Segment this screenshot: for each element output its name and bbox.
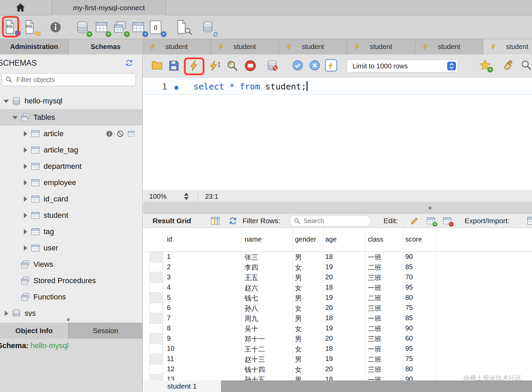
chevron-icon[interactable] [12, 261, 18, 268]
tree-item[interactable]: hello-mysql [0, 93, 142, 109]
favorite-snippet-icon[interactable] [479, 59, 491, 71]
home-icon[interactable] [15, 2, 26, 13]
tree-item[interactable]: department [0, 158, 142, 175]
open-script-icon[interactable] [151, 59, 163, 71]
reconnect-dbms-button[interactable] [202, 20, 217, 37]
tab-schemas[interactable]: Schemas [68, 39, 143, 54]
row-selector[interactable] [149, 364, 163, 374]
chevron-icon[interactable] [22, 147, 29, 153]
chevron-icon[interactable] [3, 310, 10, 316]
tree-item[interactable]: employee [0, 175, 142, 191]
column-header-age[interactable]: age [325, 235, 337, 243]
table-row[interactable]: 6孙八女20三班75 [143, 303, 532, 313]
tab-object-info[interactable]: Object Info [0, 323, 68, 339]
row-selector[interactable] [149, 252, 163, 262]
editor-tab[interactable]: student [347, 39, 415, 54]
editor-tab[interactable]: student [483, 39, 532, 54]
column-header-gender[interactable]: gender [295, 235, 316, 243]
save-script-icon[interactable] [168, 59, 180, 72]
row-selector[interactable] [149, 333, 163, 344]
row-selector[interactable] [149, 293, 163, 303]
autocommit-icon[interactable] [325, 59, 337, 71]
table-row[interactable]: 3王五男20三班70 [143, 272, 532, 282]
chevron-icon[interactable] [22, 245, 29, 251]
refresh-result-icon[interactable] [228, 216, 238, 226]
table-row[interactable]: 11赵十三男19二班75 [143, 354, 532, 364]
limit-rows-select[interactable]: Limit to 1000 rows [347, 60, 458, 72]
open-sql-script-button[interactable]: SQL [24, 19, 40, 36]
refresh-schemas-icon[interactable] [125, 59, 134, 67]
row-selector[interactable] [149, 374, 163, 380]
tree-item[interactable]: Stored Procedures [0, 273, 142, 289]
row-selector[interactable] [149, 282, 163, 293]
chevron-icon[interactable] [22, 212, 29, 219]
row-selector[interactable] [149, 313, 163, 323]
row-selector[interactable] [149, 344, 163, 354]
stop-query-icon[interactable] [244, 59, 257, 72]
chevron-icon[interactable] [22, 163, 29, 170]
chevron-icon[interactable] [3, 98, 10, 104]
find-panel-icon[interactable] [520, 59, 532, 71]
chevron-icon[interactable] [22, 228, 29, 235]
edit-record-icon[interactable] [409, 216, 420, 226]
chevron-icon[interactable] [22, 130, 29, 137]
tree-item[interactable]: Functions [0, 289, 142, 305]
tab-session[interactable]: Session [68, 323, 142, 339]
table-row[interactable]: 8吴十女19二班90 [143, 323, 532, 333]
editor-tab[interactable]: student [143, 39, 211, 54]
create-procedure-button[interactable] [131, 20, 147, 37]
column-header-id[interactable]: id [167, 235, 172, 243]
result-tab-student1[interactable]: student 1 [143, 380, 221, 392]
insert-row-icon[interactable] [426, 216, 436, 226]
table-row[interactable]: 2李四女19二班85 [143, 262, 532, 272]
export-recordset-icon[interactable] [525, 215, 532, 226]
column-header-class[interactable]: class [368, 235, 384, 243]
rollback-icon[interactable] [309, 59, 321, 71]
editor-tab[interactable]: student [279, 39, 347, 54]
result-grid-view-icon[interactable] [210, 216, 220, 226]
row-selector[interactable] [149, 323, 163, 333]
execute-current-statement-icon[interactable] [208, 59, 220, 72]
editor-tab[interactable]: student [415, 39, 483, 54]
tree-row-actions[interactable] [106, 130, 135, 137]
column-header-score[interactable]: score [405, 235, 422, 243]
chevron-icon[interactable] [22, 179, 29, 186]
beautify-query-icon[interactable] [503, 59, 516, 71]
tree-item[interactable]: Tables [0, 109, 142, 126]
table-row[interactable]: 12钱十四女20三班80 [143, 364, 532, 374]
tab-administration[interactable]: Administration [0, 39, 68, 54]
panel-splitter[interactable] [143, 202, 532, 214]
chevron-icon[interactable] [12, 114, 18, 121]
create-schema-button[interactable] [76, 20, 91, 37]
row-selector[interactable] [149, 354, 163, 364]
table-row[interactable]: 9郑十一男20三班60 [143, 333, 532, 344]
tree-item[interactable]: sys [0, 305, 142, 316]
new-sql-tab-button[interactable]: SQL [4, 19, 20, 36]
tree-item[interactable]: tag [0, 224, 142, 240]
zoom-stepper[interactable] [184, 193, 189, 200]
table-row[interactable]: 7周九男18一班85 [143, 313, 532, 323]
code-area[interactable]: 1 select * from student; [143, 78, 532, 191]
toggle-stop-on-error-icon[interactable] [266, 59, 278, 71]
commit-icon[interactable] [292, 59, 304, 71]
delete-row-icon[interactable] [442, 216, 452, 226]
chevron-icon[interactable] [22, 196, 29, 202]
execute-statement-icon[interactable] [189, 59, 200, 72]
tree-item[interactable]: Views [0, 256, 142, 273]
create-view-button[interactable] [113, 20, 129, 37]
row-selector[interactable] [149, 262, 163, 272]
create-function-button[interactable]: () [150, 20, 166, 37]
inspector-button[interactable] [49, 21, 65, 37]
row-selector[interactable] [149, 303, 163, 313]
create-table-button[interactable] [95, 20, 110, 37]
chevron-icon[interactable] [12, 294, 18, 300]
connection-tab[interactable]: my-first-mysql-connect [52, 0, 166, 15]
tree-item[interactable]: article_tag [0, 142, 142, 158]
editor-tab[interactable]: student [211, 39, 279, 54]
explain-statement-icon[interactable] [226, 59, 238, 72]
row-selector[interactable] [149, 272, 163, 282]
table-row[interactable]: 4赵六女18一班95 [143, 282, 532, 293]
tree-item[interactable]: student [0, 207, 142, 224]
filter-rows-input[interactable] [290, 215, 371, 227]
tree-item[interactable]: id_card [0, 191, 142, 207]
